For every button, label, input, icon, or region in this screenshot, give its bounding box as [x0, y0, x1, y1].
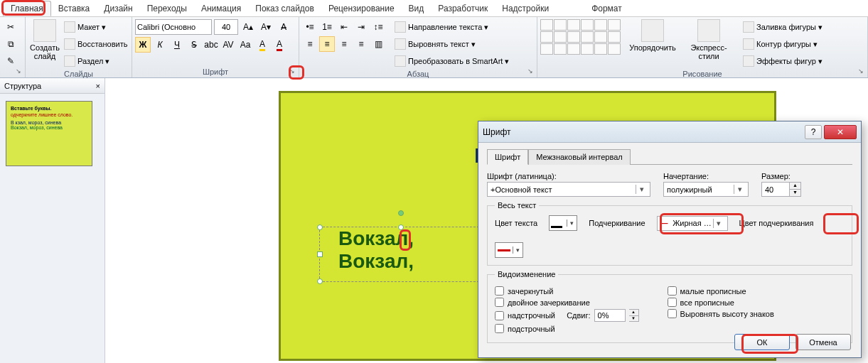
equalize-label: Выровнять высоту знаков — [680, 310, 774, 318]
clipboard-launcher[interactable]: ↘ — [14, 66, 23, 76]
bold-button[interactable]: Ж — [135, 37, 151, 53]
tab-view[interactable]: Вид — [402, 1, 432, 16]
shape-outline-button[interactable]: Контур фигуры ▾ — [743, 36, 823, 52]
numbering-button[interactable]: 1≡ — [319, 19, 335, 35]
shadow-button[interactable]: abc — [203, 37, 219, 53]
shift-up[interactable]: ▲ — [629, 310, 638, 315]
copy-icon[interactable]: ⧉ — [3, 36, 18, 52]
text-direction-button[interactable]: Направление текста ▾ — [395, 19, 509, 35]
arrange-label: Упорядочить — [629, 43, 675, 52]
tab-transitions[interactable]: Переходы — [140, 1, 194, 16]
columns-button[interactable]: ▥ — [370, 36, 386, 52]
font-size-combo[interactable] — [214, 19, 238, 35]
underline-button[interactable]: Ч — [169, 37, 185, 53]
dialog-tab-font[interactable]: Шрифт — [487, 149, 528, 165]
justify-button[interactable]: ≡ — [353, 36, 369, 52]
allcaps-check[interactable]: все прописные — [668, 298, 774, 307]
underline-combo[interactable]: — Жирная …▾ — [657, 216, 728, 231]
shape-fill-button[interactable]: Заливка фигуры ▾ — [743, 19, 823, 35]
ok-button[interactable]: ОК — [734, 334, 790, 350]
new-slide-button[interactable]: Создать слайд — [28, 19, 61, 60]
tab-slideshow[interactable]: Показ слайдов — [248, 1, 321, 16]
font-style-value: полужирный — [667, 185, 712, 194]
underline-color-button[interactable]: ▾ — [495, 242, 523, 258]
tab-design[interactable]: Дизайн — [97, 1, 139, 16]
spacing-button[interactable]: AV — [220, 37, 236, 53]
size-up-button[interactable]: ▲ — [790, 183, 800, 190]
subscript-check[interactable]: подстрочный — [495, 324, 639, 333]
cut-icon[interactable]: ✂ — [3, 19, 18, 35]
align-right-button[interactable]: ≡ — [336, 36, 352, 52]
align-center-button[interactable]: ≡ — [319, 36, 335, 52]
font-name-combo[interactable] — [135, 19, 212, 35]
reset-button[interactable]: Восстановить — [64, 36, 127, 52]
subscript-label: подстрочный — [508, 325, 555, 333]
font-color-button[interactable]: A — [272, 37, 287, 53]
shrink-font-icon[interactable]: A▾ — [258, 19, 274, 35]
size-down-button[interactable]: ▼ — [790, 190, 800, 196]
equalize-check[interactable]: Выровнять высоту знаков — [668, 309, 774, 318]
smallcaps-check[interactable]: малые прописные — [668, 286, 774, 296]
bullets-button[interactable]: •≡ — [302, 19, 318, 35]
grow-font-icon[interactable]: A▴ — [240, 19, 256, 35]
section-button[interactable]: Раздел ▾ — [64, 53, 127, 69]
strike-check[interactable]: зачеркнутый — [495, 286, 639, 296]
text-box[interactable]: Вокзал, Вокзал, — [319, 227, 483, 282]
paragraph-launcher[interactable]: ↘ — [525, 66, 535, 76]
text-direction-icon — [395, 21, 406, 33]
all-text-group: Весь текст Цвет текста ▾ Подчеркивание —… — [487, 201, 852, 266]
tab-format[interactable]: Формат — [584, 1, 629, 16]
align-text-icon — [395, 38, 406, 50]
text-direction-label: Направление текста ▾ — [408, 23, 488, 32]
tab-addins[interactable]: Надстройки — [495, 1, 556, 16]
drawing-launcher[interactable]: ↘ — [856, 66, 866, 76]
tab-insert[interactable]: Вставка — [51, 1, 97, 16]
layout-button[interactable]: Макет ▾ — [64, 19, 127, 35]
tab-review[interactable]: Рецензирование — [321, 1, 402, 16]
outdent-button[interactable]: ⇤ — [336, 19, 352, 35]
superscript-check[interactable]: надстрочный Сдвиг: 0% ▲ ▼ — [495, 309, 639, 322]
arrange-button[interactable]: Упорядочить — [628, 19, 677, 52]
shift-input[interactable]: 0% — [594, 309, 626, 322]
font-size-value: 40 — [765, 185, 773, 194]
text-color-button[interactable]: ▾ — [549, 215, 577, 231]
highlight-button[interactable]: A — [254, 37, 270, 53]
shape-fill-icon — [743, 21, 754, 33]
group-font: A▴ A▾ A̶ Ж К Ч S̶ abc AV Aa A A Шрифт ↘ — [132, 17, 299, 77]
tab-home[interactable]: Главная — [3, 1, 51, 16]
tab-developer[interactable]: Разработчик — [431, 1, 495, 16]
reset-icon — [64, 38, 75, 50]
slide-thumbnail[interactable]: Вставьте буквы. одчеркните лишнее слово.… — [6, 101, 92, 166]
shapes-gallery[interactable] — [540, 19, 621, 55]
font-dialog[interactable]: Шрифт ? ✕ Шрифт Межзнаковый интервал Шри… — [478, 121, 862, 358]
align-left-button[interactable]: ≡ — [302, 36, 318, 52]
quick-styles-button[interactable]: Экспресс-стили — [680, 19, 737, 60]
strike-button[interactable]: S̶ — [186, 37, 202, 53]
font-size-input[interactable]: 40 — [761, 182, 790, 197]
quick-styles-icon — [697, 19, 720, 42]
shape-effects-button[interactable]: Эффекты фигур ▾ — [743, 53, 823, 69]
tab-animation[interactable]: Анимация — [194, 1, 248, 16]
new-slide-label: Создать слайд — [30, 43, 60, 60]
smallcaps-label: малые прописные — [680, 287, 746, 296]
smartart-button[interactable]: Преобразовать в SmartArt ▾ — [395, 53, 509, 69]
dialog-tab-spacing[interactable]: Межзнаковый интервал — [528, 149, 631, 165]
quick-styles-label: Экспресс-стили — [680, 43, 737, 60]
font-style-combo[interactable]: полужирный▾ — [663, 182, 749, 197]
outline-close-icon[interactable]: × — [96, 82, 100, 90]
case-button[interactable]: Aa — [237, 37, 253, 53]
dialog-help-button[interactable]: ? — [805, 125, 822, 139]
indent-button[interactable]: ⇥ — [353, 19, 369, 35]
shift-down[interactable]: ▼ — [629, 315, 638, 322]
align-text-button[interactable]: Выровнять текст ▾ — [395, 36, 509, 52]
dialog-close-button[interactable]: ✕ — [824, 125, 857, 139]
double-strike-check[interactable]: двойное зачеркивание — [495, 298, 639, 307]
cancel-button[interactable]: Отмена — [795, 334, 851, 350]
clear-format-icon[interactable]: A̶ — [276, 19, 291, 35]
italic-button[interactable]: К — [152, 37, 168, 53]
linespacing-button[interactable]: ↕≡ — [370, 19, 386, 35]
font-latin-combo[interactable]: +Основной текст▾ — [487, 182, 650, 197]
paragraph-group-label: Абзац — [302, 69, 534, 79]
font-launcher[interactable]: ↘ — [287, 66, 297, 76]
all-text-legend: Весь текст — [495, 201, 539, 210]
